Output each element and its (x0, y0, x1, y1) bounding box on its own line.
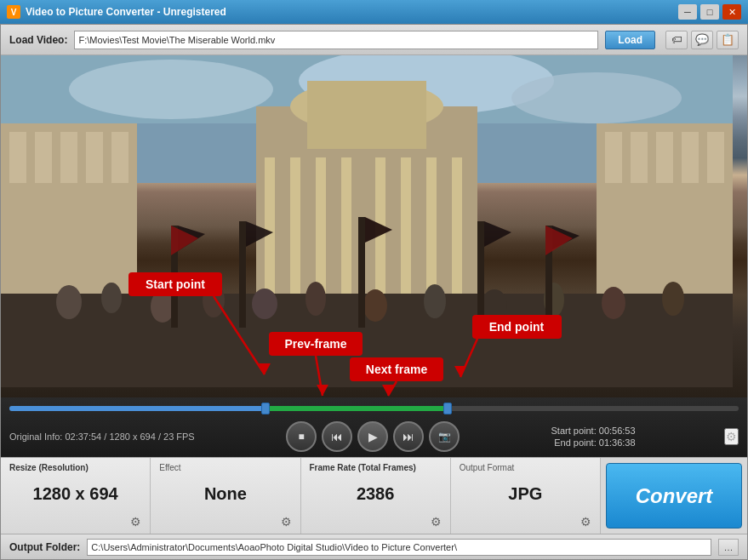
svg-rect-9 (86, 132, 103, 183)
svg-rect-6 (9, 132, 26, 183)
svg-point-37 (482, 289, 507, 320)
svg-rect-8 (60, 132, 77, 183)
load-path-input[interactable] (74, 31, 598, 49)
svg-rect-12 (605, 132, 622, 183)
svg-point-40 (662, 282, 684, 316)
svg-rect-25 (401, 157, 411, 311)
time-info: Start point: 00:56:53 End point: 01:36:3… (551, 426, 636, 448)
output-browse-button[interactable]: … (718, 539, 739, 556)
end-handle[interactable] (443, 403, 452, 414)
svg-rect-43 (358, 217, 365, 328)
svg-point-31 (151, 290, 174, 323)
svg-point-35 (363, 289, 387, 322)
output-path-input[interactable] (87, 539, 711, 556)
minimize-button[interactable]: ─ (678, 4, 697, 20)
svg-rect-10 (111, 132, 128, 183)
timeline-track[interactable] (9, 406, 739, 411)
output-folder-label: Output Folder: (9, 541, 80, 553)
start-point-time: Start point: 00:56:53 (551, 426, 636, 436)
svg-rect-42 (239, 221, 246, 328)
snapshot-button[interactable]: 📷 (429, 421, 460, 452)
window-controls: ─ □ ✕ (678, 4, 741, 20)
framerate-panel-value: 2386 (310, 484, 442, 504)
effect-settings-button[interactable]: ⚙ (281, 515, 292, 529)
list-button[interactable]: 📋 (717, 31, 739, 49)
svg-point-36 (424, 284, 446, 318)
svg-point-33 (252, 289, 277, 319)
timeline-selection (265, 406, 447, 411)
svg-point-29 (56, 285, 82, 319)
load-label: Load Video: (9, 34, 67, 46)
effect-panel: Effect None ⚙ (151, 458, 300, 534)
framerate-panel: Frame Rate (Total Frames) 2386 ⚙ (301, 458, 451, 534)
resize-panel-title: Resize (Resolution) (9, 463, 141, 472)
title-bar: V Video to Picture Converter - Unregiste… (0, 0, 748, 24)
output-bar: Output Folder: … (1, 534, 747, 559)
playback-controls: ■ ⏮ ▶ ⏭ 📷 (283, 421, 462, 452)
framerate-settings-button[interactable]: ⚙ (431, 515, 442, 529)
output-format-title: Output Format (460, 463, 591, 472)
playback-row: Original Info: 02:37:54 / 1280 x 694 / 2… (1, 397, 747, 457)
tag-button[interactable]: 🏷 (665, 31, 688, 49)
svg-rect-44 (477, 221, 484, 328)
svg-point-39 (602, 287, 625, 319)
start-handle[interactable] (261, 403, 270, 414)
svg-rect-13 (631, 132, 648, 183)
load-bar: Load Video: Load 🏷 💬 📋 (1, 25, 747, 55)
comment-button[interactable]: 💬 (691, 31, 713, 49)
svg-point-32 (203, 283, 225, 317)
svg-point-30 (101, 283, 122, 313)
timeline-progress (9, 406, 265, 411)
maximize-button[interactable]: □ (700, 4, 719, 20)
svg-point-4 (511, 72, 682, 123)
convert-button[interactable]: Convert (606, 463, 742, 529)
load-button[interactable]: Load (605, 31, 655, 49)
timeline-container[interactable] (9, 401, 739, 416)
svg-point-2 (69, 60, 273, 119)
window-title: Video to Picture Converter - Unregistere… (26, 6, 678, 18)
video-area: Start point Prev-frame Next frame End po… (1, 55, 747, 397)
svg-rect-16 (707, 132, 724, 183)
prev-start-button[interactable]: ⏮ (322, 421, 352, 452)
output-format-panel: Output Format JPG ⚙ (451, 458, 601, 534)
output-format-settings-button[interactable]: ⚙ (580, 515, 591, 529)
effect-panel-value: None (159, 484, 291, 504)
svg-rect-27 (452, 157, 462, 311)
settings-gear-button[interactable]: ⚙ (724, 428, 739, 445)
resize-panel-value: 1280 x 694 (9, 484, 141, 504)
resize-panel: Resize (Resolution) 1280 x 694 ⚙ (1, 458, 151, 534)
resize-settings-button[interactable]: ⚙ (130, 515, 141, 529)
close-button[interactable]: ✕ (722, 4, 741, 20)
toolbar-icons: 🏷 💬 📋 (665, 31, 739, 49)
output-format-value: JPG (460, 484, 591, 504)
effect-panel-title: Effect (159, 463, 291, 472)
svg-rect-7 (35, 132, 52, 183)
main-window: Load Video: Load 🏷 💬 📋 (0, 24, 748, 560)
stop-button[interactable]: ■ (286, 421, 317, 452)
svg-marker-49 (484, 221, 511, 247)
video-frame (1, 55, 747, 397)
controls-bar: Original Info: 02:37:54 / 1280 x 694 / 2… (9, 420, 739, 454)
play-button[interactable]: ▶ (357, 421, 388, 452)
svg-rect-15 (682, 132, 699, 183)
next-frame-button[interactable]: ⏭ (393, 421, 424, 452)
bottom-panels: Resize (Resolution) 1280 x 694 ⚙ Effect … (1, 457, 747, 534)
original-info: Original Info: 02:37:54 / 1280 x 694 / 2… (9, 431, 195, 442)
svg-rect-23 (341, 157, 351, 311)
svg-point-34 (305, 282, 326, 316)
framerate-panel-title: Frame Rate (Total Frames) (310, 463, 442, 472)
svg-rect-21 (290, 157, 300, 311)
app-icon: V (7, 5, 20, 19)
end-point-time: End point: 01:36:38 (554, 437, 635, 448)
svg-rect-19 (307, 81, 426, 149)
svg-rect-14 (656, 132, 673, 183)
